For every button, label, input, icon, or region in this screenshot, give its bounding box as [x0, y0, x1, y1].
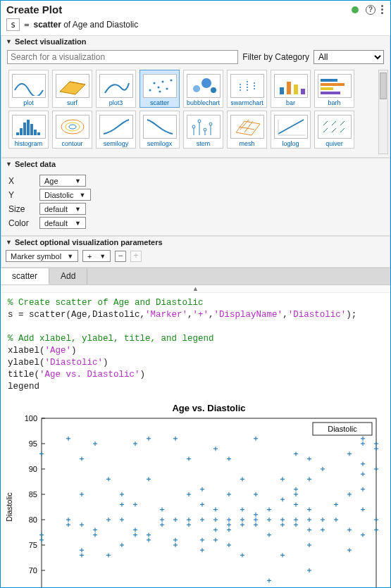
svg-point-35 [61, 120, 84, 134]
collapse-handle[interactable]: ▲ [1, 285, 390, 293]
svg-line-50 [340, 128, 345, 132]
viz-thumb-barh[interactable]: barh [314, 70, 354, 108]
viz-thumb-semilogx[interactable]: semilogx [139, 111, 180, 149]
viz-thumb-loglog[interactable]: loglog [271, 111, 311, 149]
svg-text:90: 90 [29, 465, 37, 473]
svg-point-18 [254, 85, 255, 87]
svg-point-8 [201, 78, 211, 88]
gallery-scrollbar[interactable] [378, 70, 388, 154]
svg-rect-33 [34, 130, 37, 135]
svg-point-11 [240, 87, 241, 88]
help-icon[interactable]: ? [366, 5, 376, 15]
collapse-icon: ▼ [6, 239, 12, 246]
viz-thumb-swarmchart[interactable]: swarmchart [227, 70, 267, 108]
svg-text:70: 70 [29, 566, 37, 575]
tab-scatter[interactable]: scatter [1, 268, 49, 284]
viz-thumb-semilogy[interactable]: semilogy [96, 111, 136, 149]
data-select-y[interactable]: Diastolic▼ [39, 189, 91, 201]
svg-text:95: 95 [29, 439, 37, 448]
svg-line-52 [332, 121, 336, 125]
tab-add[interactable]: Add [49, 268, 87, 284]
viz-thumb-histogram[interactable]: histogram [8, 111, 49, 149]
data-select-size[interactable]: default▼ [39, 203, 86, 215]
collapse-icon: ▼ [6, 161, 12, 168]
remove-param-button[interactable]: − [115, 251, 126, 262]
svg-line-48 [323, 128, 328, 132]
svg-rect-54 [42, 418, 376, 588]
viz-search-input[interactable] [7, 50, 238, 64]
svg-point-5 [170, 80, 172, 82]
filter-label: Filter by Category [242, 52, 309, 62]
viz-thumb-scatter[interactable]: scatter [139, 70, 180, 108]
svg-point-7 [193, 85, 200, 92]
svg-rect-29 [20, 128, 23, 135]
svg-line-53 [340, 121, 345, 125]
data-select-color[interactable]: default▼ [39, 217, 86, 229]
svg-rect-21 [287, 82, 291, 94]
menu-kebab-icon[interactable] [381, 5, 383, 14]
svg-point-19 [254, 88, 255, 89]
viz-thumb-plot3[interactable]: plot3 [96, 70, 136, 108]
viz-thumb-contour[interactable]: contour [52, 111, 92, 149]
svg-point-13 [247, 81, 248, 82]
viz-gallery: plotsurfplot3scatterbubblechartswarmchar… [8, 70, 385, 149]
svg-rect-27 [321, 92, 340, 94]
viz-thumb-quiver[interactable]: quiver [314, 111, 354, 149]
svg-point-44 [204, 128, 206, 131]
window-title: Create Plot [6, 4, 347, 15]
viz-thumb-plot[interactable]: plot [8, 70, 49, 108]
svg-point-6 [159, 91, 161, 93]
data-label-y: Y [8, 190, 32, 200]
viz-thumb-bubblechart[interactable]: bubblechart [183, 70, 223, 108]
opt-panel-header[interactable]: ▼ Select optional visualization paramete… [1, 237, 390, 248]
svg-point-37 [69, 125, 76, 129]
data-select-x[interactable]: Age▼ [39, 175, 86, 187]
svg-point-15 [247, 87, 248, 88]
svg-text:75: 75 [29, 541, 37, 549]
opt-panel-title: Select optional visualization parameters [15, 238, 163, 246]
svg-text:Diastolic: Diastolic [328, 425, 357, 433]
formula-summary: scatter of Age and Diastolic [33, 20, 138, 30]
data-panel-title: Select data [15, 160, 56, 168]
svg-rect-24 [321, 79, 337, 82]
svg-rect-34 [37, 132, 40, 135]
equals-sign: = [24, 20, 29, 30]
svg-point-42 [192, 125, 195, 128]
marker-param-select[interactable]: Marker symbol▼ [6, 250, 78, 262]
svg-line-49 [332, 128, 336, 132]
svg-point-1 [153, 82, 155, 85]
marker-value-select[interactable]: +▼ [82, 250, 111, 262]
svg-rect-30 [23, 123, 26, 135]
svg-rect-26 [321, 87, 333, 90]
svg-point-0 [149, 89, 151, 92]
collapse-icon: ▼ [6, 38, 12, 45]
viz-thumb-surf[interactable]: surf [52, 70, 92, 108]
status-dot-icon [352, 6, 359, 13]
svg-text:80: 80 [29, 515, 37, 524]
output-variable-box[interactable]: s [6, 18, 20, 31]
svg-rect-23 [301, 89, 305, 94]
svg-point-10 [240, 84, 241, 85]
svg-text:85: 85 [29, 490, 37, 499]
viz-panel-title: Select visualization [15, 37, 86, 46]
svg-text:100: 100 [25, 414, 37, 423]
viz-thumb-stem[interactable]: stem [183, 111, 223, 149]
series-tabs: scatter Add [1, 268, 390, 285]
svg-point-12 [240, 89, 241, 91]
add-param-button[interactable]: + [130, 251, 142, 262]
data-panel-header[interactable]: ▼ Select data [1, 158, 390, 170]
viz-panel-header[interactable]: ▼ Select visualization [1, 36, 390, 47]
plot-preview: 25303540455065707580859095100Age vs. Dia… [1, 399, 390, 588]
svg-rect-22 [294, 85, 298, 94]
filter-category-select[interactable]: All [314, 50, 384, 64]
data-label-size: Size [8, 204, 32, 214]
viz-thumb-mesh[interactable]: mesh [227, 111, 267, 149]
svg-rect-20 [280, 87, 284, 94]
viz-thumb-bar[interactable]: bar [271, 70, 311, 108]
data-label-x: X [8, 176, 32, 186]
generated-code: % Create scatter of Age and Diastolic s … [1, 293, 390, 399]
svg-point-4 [166, 88, 168, 90]
svg-point-36 [66, 123, 80, 131]
svg-point-43 [198, 120, 201, 123]
svg-point-2 [157, 87, 159, 89]
